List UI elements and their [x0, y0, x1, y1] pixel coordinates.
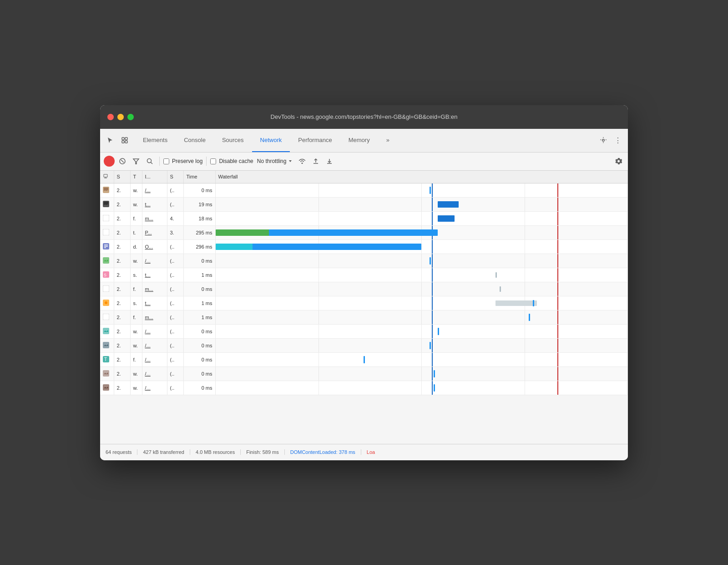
load-marker	[557, 268, 558, 282]
tab-console[interactable]: Console	[176, 129, 214, 152]
dom-loaded-marker	[432, 353, 433, 366]
table-row[interactable]: 2.w./...(..0 ms	[100, 254, 628, 268]
wifi-settings-icon[interactable]	[296, 155, 308, 167]
row-time: 0 ms	[183, 325, 215, 339]
tab-network[interactable]: Network	[252, 129, 290, 152]
svg-rect-2	[122, 141, 124, 143]
disable-cache-checkbox[interactable]: Disable cache	[210, 158, 253, 164]
dom-loaded-marker	[432, 240, 433, 254]
col-header-size[interactable]: S	[167, 171, 183, 183]
upload-icon-btn[interactable]	[310, 155, 322, 167]
svg-rect-31	[103, 285, 109, 292]
waterfall-bar	[430, 342, 431, 349]
row-type: t.	[130, 226, 142, 240]
row-status: 2.	[114, 212, 130, 226]
table-row[interactable]: 2.f.m...(..1 ms	[100, 310, 628, 325]
preserve-log-input[interactable]	[163, 158, 169, 164]
load-marker	[557, 367, 558, 381]
load-marker	[557, 310, 558, 324]
row-waterfall	[215, 240, 628, 254]
dom-loaded-marker	[432, 339, 433, 352]
divider-1	[159, 157, 160, 166]
table-row[interactable]: T2.f./...(..0 ms	[100, 353, 628, 367]
disable-cache-input[interactable]	[210, 158, 216, 164]
row-icon-cell	[100, 254, 114, 268]
col-header-type[interactable]: T	[130, 171, 142, 183]
table-row[interactable]: 2.w./...(..0 ms	[100, 325, 628, 339]
tab-performance[interactable]: Performance	[290, 129, 340, 152]
table-row[interactable]: 2.d.O...(..296 ms	[100, 240, 628, 254]
dom-loaded-marker	[432, 310, 433, 324]
col-header-status[interactable]: S	[114, 171, 130, 183]
preserve-log-checkbox[interactable]: Preserve log	[163, 158, 202, 164]
network-settings-btn[interactable]	[612, 155, 624, 167]
record-button[interactable]	[104, 156, 115, 167]
col-header-waterfall[interactable]: Waterfall	[215, 171, 628, 183]
waterfall-bar	[495, 300, 537, 306]
tab-sources[interactable]: Sources	[214, 129, 252, 152]
table-row[interactable]: 2.w./...(..0 ms	[100, 381, 628, 395]
maximize-button[interactable]	[127, 114, 134, 120]
load-marker	[557, 296, 558, 310]
row-type: w.	[130, 381, 142, 395]
row-icon-cell	[100, 198, 114, 212]
tab-elements[interactable]: Elements	[135, 129, 176, 152]
tab-more[interactable]: »	[378, 129, 398, 152]
table-row[interactable]: 2.f.m...4.18 ms	[100, 212, 628, 226]
table-row[interactable]: S2.s.t...(..1 ms	[100, 268, 628, 282]
dom-loaded-marker	[432, 282, 433, 296]
table-row[interactable]: 2.s.t...(..1 ms	[100, 296, 628, 310]
settings-icon-btn[interactable]	[597, 134, 610, 147]
table-row[interactable]: 2.f.m...(..0 ms	[100, 282, 628, 296]
row-status: 2.	[114, 282, 130, 296]
table-row[interactable]: 2.t.P...3.295 ms	[100, 226, 628, 240]
dom-loaded-marker	[432, 367, 433, 381]
row-type: s.	[130, 296, 142, 310]
row-type: w.	[130, 367, 142, 381]
row-initiator: /...	[142, 353, 167, 367]
col-header-icon[interactable]	[100, 171, 114, 183]
row-size: (..	[167, 325, 183, 339]
filter-button[interactable]	[130, 155, 142, 167]
load-marker	[557, 381, 558, 395]
row-icon-cell	[100, 367, 114, 381]
svg-rect-35	[103, 328, 109, 334]
load-marker	[557, 282, 558, 296]
table-row[interactable]: 2.w./...(..0 ms	[100, 339, 628, 353]
col-header-initiator[interactable]: I...	[142, 171, 167, 183]
devtools-window: DevTools - news.google.com/topstories?hl…	[100, 105, 628, 460]
close-button[interactable]	[107, 114, 114, 120]
throttle-dropdown[interactable]: No throttling	[255, 157, 295, 165]
tab-memory[interactable]: Memory	[340, 129, 378, 152]
tab-bar: Elements Console Sources Network Perform…	[100, 129, 628, 153]
row-initiator: /...	[142, 325, 167, 339]
tab-bar-tools	[104, 129, 131, 152]
cursor-icon-btn[interactable]	[104, 134, 116, 147]
table-row[interactable]: 2.w./...(..0 ms	[100, 367, 628, 381]
row-icon-cell	[100, 310, 114, 325]
row-waterfall	[215, 226, 628, 240]
col-header-time[interactable]: Time	[183, 171, 215, 183]
row-waterfall	[215, 282, 628, 296]
row-initiator: t...	[142, 296, 167, 310]
title-bar: DevTools - news.google.com/topstories?hl…	[100, 105, 628, 129]
row-waterfall	[215, 381, 628, 395]
row-icon-cell	[100, 381, 114, 395]
clear-button[interactable]	[116, 155, 128, 167]
svg-rect-3	[125, 141, 127, 143]
waterfall-bar	[500, 286, 501, 292]
svg-rect-27	[103, 257, 109, 264]
row-icon-cell: T	[100, 353, 114, 367]
minimize-button[interactable]	[117, 114, 124, 120]
transferred-size: 427 kB transferred	[137, 449, 190, 455]
search-button[interactable]	[144, 155, 156, 167]
inspector-icon-btn[interactable]	[118, 134, 131, 147]
table-row[interactable]: 2.w./...(..0 ms	[100, 183, 628, 198]
download-icon-btn[interactable]	[324, 155, 335, 167]
row-time: 0 ms	[183, 367, 215, 381]
more-options-btn[interactable]: ⋮	[612, 134, 624, 147]
table-row[interactable]: 2.w.t...(..19 ms	[100, 198, 628, 212]
svg-rect-0	[122, 137, 124, 140]
dom-loaded-marker	[432, 268, 433, 282]
network-table-wrapper[interactable]: S T I... S Time Waterfall 2.w./...(..0 m…	[100, 171, 628, 444]
